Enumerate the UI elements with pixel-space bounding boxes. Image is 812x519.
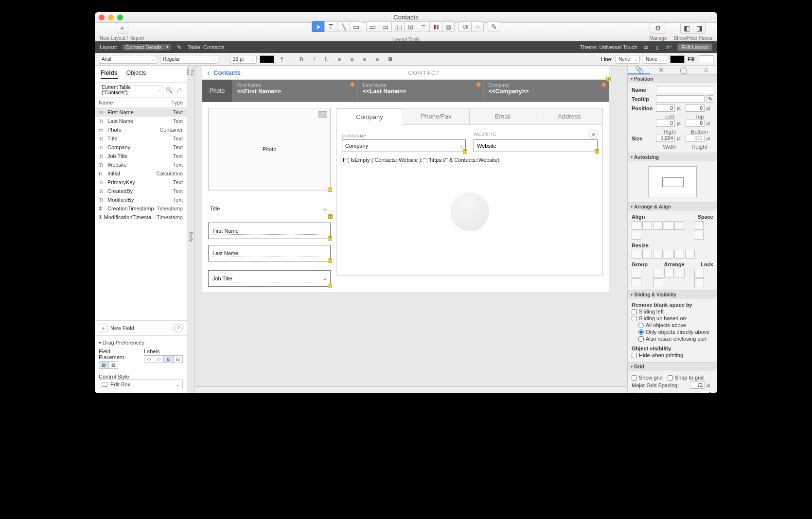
header-lastname[interactable]: Last Name<<Last Name>> <box>358 80 483 102</box>
align-paragraph-icon[interactable]: ¶ <box>277 55 287 64</box>
text-tool[interactable]: T <box>324 21 337 32</box>
field-tool[interactable]: ▭ <box>366 21 379 32</box>
table-filter-select[interactable]: Current Table ("Contacts") <box>99 86 163 94</box>
field-row[interactable]: ⧗CreationTimestampTimestamp <box>95 204 187 213</box>
italic-icon[interactable]: I <box>309 55 319 64</box>
field-row[interactable]: TtLast NameText <box>95 117 187 125</box>
field-picker-tool[interactable]: ⧉ <box>459 21 471 32</box>
header-firstname[interactable]: First Name<<First Name>> <box>232 80 358 102</box>
aa-icon[interactable]: Aᴬ <box>666 44 672 51</box>
search-icon[interactable]: 🔍 <box>165 86 173 94</box>
part-tool[interactable]: ↔ <box>471 21 484 32</box>
radio-all-above[interactable]: All objects above <box>638 322 713 328</box>
underline-icon[interactable]: U <box>322 55 332 64</box>
field-row[interactable]: TtWebsiteText <box>95 160 187 169</box>
pos-left-input[interactable]: 0 <box>656 104 675 112</box>
section-autosizing[interactable]: Autosizing <box>628 153 717 161</box>
bold-icon[interactable]: B <box>297 55 306 64</box>
align-center-icon[interactable]: ≡ <box>347 55 357 64</box>
inspector-tab-styles[interactable]: ✕ <box>650 66 672 74</box>
object-name-input[interactable] <box>656 86 713 93</box>
line-spacing-icon[interactable]: ≣ <box>385 55 395 64</box>
chk-sliding-left[interactable]: Sliding left <box>632 309 713 314</box>
last-name-field[interactable]: Last NameT <box>208 245 331 261</box>
back-icon[interactable]: ‹ <box>207 69 210 77</box>
lock-buttons[interactable] <box>694 269 713 287</box>
tab-fields[interactable]: Fields <box>101 69 118 79</box>
inspector-tab-data[interactable]: ≡ <box>695 66 717 74</box>
chk-hide-printing[interactable]: Hide when printing <box>632 352 713 358</box>
group-buttons[interactable] <box>632 269 651 287</box>
tab-address[interactable]: Address <box>536 108 603 124</box>
tab-objects[interactable]: Objects <box>126 69 146 79</box>
job-title-field[interactable]: Job Title⌄T <box>208 270 331 287</box>
website-field[interactable]: WebsiteT <box>474 139 598 152</box>
photo-container-field[interactable]: Photo T <box>208 108 331 190</box>
space-buttons[interactable] <box>694 221 713 240</box>
field-row[interactable]: TtCreatedByText <box>95 187 187 195</box>
control-style-select[interactable]: Edit Box ⌄ <box>99 380 183 389</box>
labels-segment[interactable]: ▭▭⊟⊟ <box>144 355 183 363</box>
field-row[interactable]: TtCompanyText <box>95 143 187 152</box>
resize-buttons[interactable] <box>632 250 713 259</box>
help-icon[interactable]: ? <box>174 324 183 332</box>
font-select[interactable]: Arial <box>99 55 157 64</box>
exit-layout-button[interactable]: Exit Layout <box>677 43 712 51</box>
tab-phonefax[interactable]: Phone/Fax <box>403 108 470 124</box>
align-buttons[interactable] <box>632 221 691 240</box>
section-grid[interactable]: Grid <box>628 363 717 371</box>
pos-bottom-input[interactable]: 0 <box>686 120 705 127</box>
chk-snap-grid[interactable]: Snap to grid <box>668 375 704 381</box>
horizontal-scrollbar[interactable] <box>195 386 627 393</box>
device-icon[interactable]: ▯ <box>654 44 661 51</box>
pencil-icon[interactable]: ✎ <box>706 95 713 103</box>
button-tool[interactable]: ▭ <box>379 21 391 32</box>
align-justify-icon[interactable]: ≡ <box>372 55 382 64</box>
field-row[interactable]: TtPrimaryKeyText <box>95 178 187 187</box>
field-row[interactable]: fxInitialCalculation <box>95 169 187 178</box>
pointer-tool[interactable]: ➤ <box>312 21 324 32</box>
field-row[interactable]: TtFirst NameText <box>95 108 187 117</box>
header-company[interactable]: Company<<Company>> <box>484 80 609 102</box>
screen-icon[interactable]: ⧉ <box>642 44 649 51</box>
minor-grid-input[interactable]: 8 <box>699 391 713 393</box>
size-height-input[interactable]: 572 <box>686 135 705 142</box>
field-row[interactable]: TtTitleText <box>95 134 187 143</box>
layout-canvas[interactable]: ‹ Contacts CONTACT T Photo First Name<<F… <box>202 66 609 293</box>
header-photo-cell[interactable]: Photo <box>202 80 232 102</box>
layout-selector[interactable]: Contact Details <box>122 43 171 51</box>
field-placement-segment[interactable]: ▤▥ <box>99 361 130 369</box>
chart-tool[interactable]: ▮▮ <box>429 21 442 32</box>
section-arrange[interactable]: Arrange & Align <box>628 203 717 211</box>
section-position[interactable]: Position <box>628 75 717 83</box>
portal-tool[interactable]: ≡ <box>417 21 429 32</box>
field-row[interactable]: ▭PhotoContainer <box>95 125 187 134</box>
align-left-icon[interactable]: ≡ <box>335 55 344 64</box>
sort-icon[interactable]: ↓ᴬ <box>175 86 183 94</box>
field-row[interactable]: ⧗ModificationTimesta…Timestamp <box>95 213 187 222</box>
pencil-icon[interactable]: ✎ <box>176 44 183 51</box>
title-field[interactable]: Title⌄ T <box>208 200 331 217</box>
line-style-select[interactable]: None <box>616 55 640 64</box>
size-width-input[interactable]: 1,024 <box>656 135 675 142</box>
align-right-icon[interactable]: ≡ <box>360 55 370 64</box>
font-style-select[interactable]: Regular <box>160 55 218 64</box>
font-size-select[interactable]: 16 pt <box>230 55 257 64</box>
text-color-swatch[interactable] <box>260 55 274 63</box>
tab-company[interactable]: Company <box>336 108 403 125</box>
part-topnav-label[interactable]: Top Nav.. <box>187 66 194 80</box>
chk-resize-part[interactable]: Also resize enclosing part <box>638 336 713 342</box>
first-name-field[interactable]: First NameT <box>208 223 331 239</box>
buttonbar-tool[interactable]: ▯▯ <box>391 21 404 32</box>
inspector-tab-position[interactable]: 📎 <box>628 66 650 74</box>
toggle-right-pane[interactable]: ◨ <box>693 23 706 34</box>
toggle-left-pane[interactable]: ◧ <box>680 23 693 34</box>
part-body-label[interactable]: Body <box>187 80 194 393</box>
radio-only-above[interactable]: Only objects directly above <box>638 329 713 335</box>
line-color-swatch[interactable] <box>670 55 685 63</box>
line-tool[interactable]: ╲ <box>337 21 350 32</box>
section-sliding[interactable]: Sliding & Visibility <box>628 291 717 299</box>
pos-right-input[interactable]: 0 <box>656 120 675 127</box>
tab-tool[interactable]: ⊞ <box>404 21 417 32</box>
chk-sliding-up[interactable]: Sliding up based on: <box>632 315 713 321</box>
